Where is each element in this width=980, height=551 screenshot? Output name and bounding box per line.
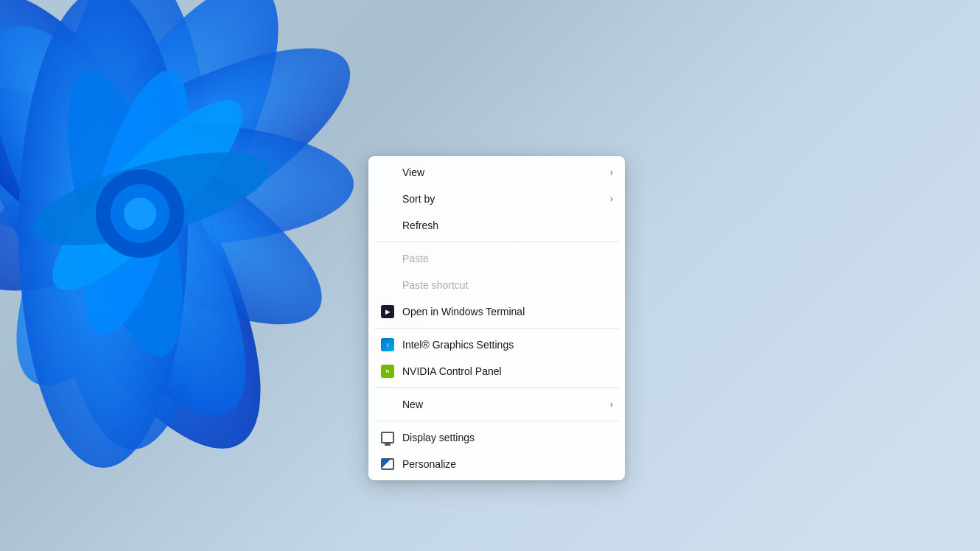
paste-icon-spacer [380, 251, 395, 266]
display-settings-label: Display settings [402, 432, 613, 443]
menu-item-personalize[interactable]: Personalize [368, 451, 625, 477]
terminal-icon: ▶ [380, 304, 395, 319]
menu-item-paste: Paste [368, 245, 625, 272]
nvidia-label: NVIDIA Control Panel [402, 365, 613, 377]
sort-icon-spacer [380, 192, 395, 206]
paste-shortcut-label: Paste shortcut [402, 279, 613, 291]
new-chevron: › [610, 399, 613, 410]
menu-item-intel-graphics[interactable]: i Intel® Graphics Settings [368, 331, 625, 358]
new-icon-spacer [380, 397, 395, 412]
divider-4 [374, 421, 619, 421]
menu-item-sort-by[interactable]: Sort by › [368, 186, 625, 212]
display-settings-icon [380, 430, 395, 445]
menu-item-display-settings[interactable]: Display settings [368, 424, 625, 451]
intel-graphics-label: Intel® Graphics Settings [402, 339, 613, 351]
paste-label: Paste [402, 253, 613, 264]
menu-item-nvidia[interactable]: N NVIDIA Control Panel [368, 358, 625, 385]
context-menu: View › Sort by › Refresh Paste Paste sho… [368, 156, 625, 480]
divider-1 [374, 242, 619, 242]
new-label: New [402, 399, 610, 410]
menu-item-new[interactable]: New › [368, 391, 625, 418]
menu-item-refresh[interactable]: Refresh [368, 212, 625, 239]
view-chevron: › [610, 167, 613, 178]
refresh-label: Refresh [402, 220, 613, 231]
nvidia-icon: N [380, 364, 395, 379]
svg-point-14 [124, 197, 156, 230]
menu-item-open-terminal[interactable]: ▶ Open in Windows Terminal [368, 298, 625, 325]
menu-item-view[interactable]: View › [368, 159, 625, 186]
sort-by-label: Sort by [402, 193, 610, 205]
refresh-icon-spacer [380, 218, 395, 233]
divider-3 [374, 387, 619, 388]
paste-shortcut-icon-spacer [380, 278, 395, 292]
intel-graphics-icon: i [380, 337, 395, 352]
view-label: View [402, 166, 610, 178]
personalize-icon [380, 457, 395, 471]
open-terminal-label: Open in Windows Terminal [402, 306, 613, 317]
personalize-label: Personalize [402, 458, 613, 470]
view-icon-spacer [380, 165, 395, 180]
menu-item-paste-shortcut: Paste shortcut [368, 272, 625, 298]
sort-chevron: › [610, 194, 613, 204]
divider-2 [374, 328, 619, 329]
